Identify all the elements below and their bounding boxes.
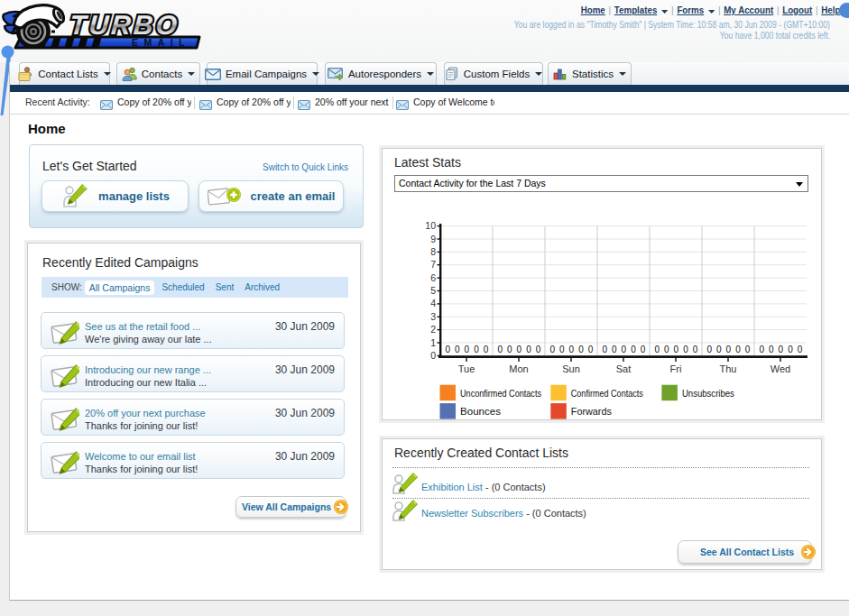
svg-text:Bounces: Bounces: [460, 406, 502, 417]
svg-text:3: 3: [430, 311, 436, 322]
svg-text:0: 0: [706, 345, 712, 354]
svg-text:0: 0: [602, 345, 607, 354]
svg-text:10: 10: [425, 220, 436, 231]
svg-text:0: 0: [445, 345, 450, 354]
svg-text:0: 0: [612, 345, 617, 354]
svg-text:0: 0: [798, 345, 803, 354]
svg-text:0: 0: [465, 345, 470, 354]
svg-text:5: 5: [430, 285, 436, 296]
svg-text:0: 0: [735, 345, 741, 354]
svg-text:0: 0: [631, 345, 636, 354]
svg-text:Unconfirmed Contacts: Unconfirmed Contacts: [460, 388, 541, 399]
svg-text:0: 0: [683, 345, 688, 354]
svg-text:0: 0: [497, 345, 503, 354]
svg-text:0: 0: [536, 345, 541, 354]
svg-text:0: 0: [507, 345, 512, 354]
svg-text:Thu: Thu: [720, 363, 737, 374]
svg-text:0: 0: [674, 345, 679, 354]
svg-text:0: 0: [641, 345, 646, 354]
svg-text:0: 0: [622, 345, 627, 354]
svg-text:7: 7: [430, 259, 436, 270]
svg-text:0: 0: [526, 345, 531, 354]
svg-text:0: 0: [788, 345, 793, 354]
svg-text:0: 0: [484, 345, 489, 354]
svg-text:0: 0: [559, 345, 565, 354]
svg-text:Mon: Mon: [509, 363, 528, 374]
svg-text:0: 0: [517, 345, 522, 354]
svg-text:Forwards: Forwards: [571, 406, 612, 417]
svg-text:1: 1: [430, 337, 436, 348]
svg-text:Sat: Sat: [616, 363, 632, 374]
svg-text:2: 2: [430, 324, 436, 335]
svg-text:TURBO: TURBO: [69, 10, 180, 40]
svg-text:0: 0: [716, 345, 722, 354]
svg-text:Sun: Sun: [562, 363, 580, 374]
svg-text:Fri: Fri: [670, 363, 682, 374]
svg-text:Tue: Tue: [458, 363, 475, 374]
svg-text:0: 0: [588, 345, 594, 354]
svg-text:0: 0: [549, 345, 555, 354]
svg-text:0: 0: [693, 345, 698, 354]
svg-text:0: 0: [474, 345, 479, 354]
svg-text:6: 6: [430, 272, 436, 283]
svg-text:0: 0: [430, 350, 436, 361]
svg-text:Wed: Wed: [771, 363, 790, 374]
svg-text:Unsubscribes: Unsubscribes: [682, 388, 734, 399]
svg-text:0: 0: [745, 345, 751, 354]
svg-text:0: 0: [759, 345, 764, 354]
svg-text:0: 0: [569, 345, 575, 354]
svg-text:0: 0: [769, 345, 774, 354]
svg-text:9: 9: [430, 234, 436, 244]
svg-text:0: 0: [455, 345, 460, 354]
svg-text:4: 4: [430, 298, 436, 308]
svg-text:8: 8: [430, 246, 436, 257]
svg-text:Confirmed Contacts: Confirmed Contacts: [571, 388, 643, 399]
svg-text:0: 0: [578, 345, 584, 354]
svg-text:0: 0: [664, 345, 669, 354]
svg-text:0: 0: [779, 345, 784, 354]
svg-text:0: 0: [654, 345, 660, 354]
svg-text:0: 0: [726, 345, 732, 354]
